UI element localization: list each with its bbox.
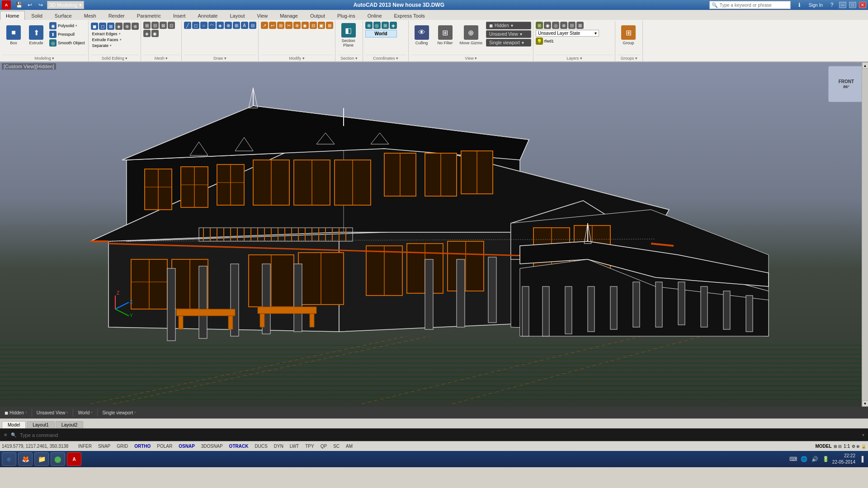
dyn-btn[interactable]: DYN xyxy=(272,443,286,449)
workspace-selector[interactable]: 3D Modeling ▾ xyxy=(47,1,84,9)
section-plane-button[interactable]: ◧ SectionPlane xyxy=(338,22,359,49)
info-icon[interactable]: ℹ xyxy=(795,0,804,9)
vt-hidden-btn[interactable]: ◼ Hidden ▾ xyxy=(2,409,30,416)
scroll-down-btn[interactable]: ▼ xyxy=(862,400,868,407)
svg-rect-112 xyxy=(258,307,316,314)
tab-home[interactable]: Home xyxy=(0,11,25,20)
3dosnap-btn[interactable]: 3DOSNAP xyxy=(199,443,225,449)
tpy-btn[interactable]: TPY xyxy=(303,443,316,449)
mesh-icon4: ⊡ xyxy=(168,22,175,29)
box-button[interactable]: ■ Box xyxy=(3,22,24,49)
navcube[interactable]: FRONT 86° xyxy=(828,66,864,102)
tab-plugins[interactable]: Plug-ins xyxy=(331,11,361,20)
vt-unsaved-label: Unsaved View xyxy=(37,410,66,415)
separate-btn[interactable]: Separate ▾ xyxy=(91,43,113,48)
extrude-faces-btn[interactable]: Extrude Faces ▾ xyxy=(91,37,123,42)
sound-icon[interactable]: 🔊 xyxy=(811,455,820,464)
extract-edges-btn[interactable]: Extract Edges ▾ xyxy=(91,31,122,37)
tab-layout2[interactable]: Layout2 xyxy=(56,421,84,428)
infer-btn[interactable]: INFER xyxy=(76,443,94,449)
vt-viewport-btn[interactable]: Single viewport ▾ xyxy=(99,409,139,416)
tab-express[interactable]: Express Tools xyxy=(388,11,431,20)
layers-content: ⊞ ◉ ◎ ⊕ ⊟ ⊠ Unsaved Layer State ▾ 💡 rfwd… xyxy=(536,21,613,55)
move-gizmo-button[interactable]: ⊕ Move Gizmo xyxy=(458,22,485,49)
taskbar-autocad[interactable]: A xyxy=(67,452,81,466)
world-button[interactable]: World xyxy=(365,30,397,38)
workspace-arrow: ▾ xyxy=(79,2,82,8)
tab-parametric[interactable]: Parametric xyxy=(131,11,167,20)
battery-icon[interactable]: 🔋 xyxy=(821,455,830,464)
visual-style-dropdown[interactable]: ◼ Hidden ▾ xyxy=(486,22,531,29)
qp-btn[interactable]: QP xyxy=(318,443,329,449)
svg-rect-114 xyxy=(310,314,314,327)
viewport-count-dropdown[interactable]: Single viewport ▾ xyxy=(486,39,531,47)
grid-btn[interactable]: GRID xyxy=(114,443,130,449)
vt-view-btn[interactable]: Unsaved View ▾ xyxy=(34,409,71,416)
ducs-btn[interactable]: DUCS xyxy=(252,443,269,449)
mesh-icons: ⊞ ⊟ ⊠ ⊡ ◈ ◉ xyxy=(143,22,179,37)
qat-undo[interactable]: ↩ xyxy=(25,0,34,9)
right-scrollbar[interactable]: ▲ ▼ xyxy=(862,62,868,407)
keyboard-icon[interactable]: ⌨ xyxy=(789,455,798,464)
command-input[interactable] xyxy=(20,432,862,438)
cmd-icon-close[interactable]: ✕ xyxy=(4,432,7,437)
clock-date: 22-05-2014 xyxy=(832,459,855,465)
taskbar-firefox[interactable]: 🦊 xyxy=(18,452,33,466)
restore-button[interactable]: □ xyxy=(849,2,856,8)
titlebar-right: 🔍 ℹ Sign In ? ─ □ ✕ xyxy=(709,0,866,9)
tab-surface[interactable]: Surface xyxy=(49,11,78,20)
tab-solid[interactable]: Solid xyxy=(25,11,48,20)
viewport-3d[interactable]: X Y Z FRONT 86° ▲ ▼ xyxy=(0,62,868,407)
group-button[interactable]: ⊞ Group xyxy=(618,22,639,49)
qat-save[interactable]: 💾 xyxy=(14,0,24,9)
presspull-btn[interactable]: ⬍ Presspull xyxy=(48,30,86,38)
smooth-object-btn[interactable]: ◎ Smooth Object xyxy=(48,39,86,47)
tab-model[interactable]: Model xyxy=(2,421,26,428)
otrack-btn[interactable]: OTRACK xyxy=(227,443,251,449)
scroll-up-btn[interactable]: ▲ xyxy=(862,62,868,69)
am-btn[interactable]: AM xyxy=(344,443,355,449)
cmd-icon-search[interactable]: 🔍 xyxy=(11,432,16,437)
search-input[interactable] xyxy=(720,3,783,8)
vt-world-btn[interactable]: World ▾ xyxy=(75,409,95,416)
tab-online[interactable]: Online xyxy=(362,11,388,20)
tab-layout[interactable]: Layout xyxy=(224,11,250,20)
ortho-btn[interactable]: ORTHO xyxy=(132,443,153,449)
tab-mesh[interactable]: Mesh xyxy=(78,11,102,20)
extrude-button[interactable]: ⬆ Extrude xyxy=(25,22,47,49)
no-filter-button[interactable]: ⊞ No Filter xyxy=(434,22,456,49)
layer-state-dropdown[interactable]: Unsaved Layer State ▾ xyxy=(536,30,599,37)
snap-btn[interactable]: SNAP xyxy=(96,443,113,449)
sc-btn[interactable]: SC xyxy=(331,443,342,449)
tab-annotate[interactable]: Annotate xyxy=(192,11,223,20)
search-box[interactable]: 🔍 xyxy=(709,1,791,9)
tab-insert[interactable]: Insert xyxy=(167,11,192,20)
layer-name-label: rfwd1 xyxy=(544,39,554,43)
taskbar-ie[interactable]: e xyxy=(2,452,16,466)
culling-button[interactable]: 👁 Culling xyxy=(411,22,433,49)
sign-in-btn[interactable]: Sign In xyxy=(807,3,825,8)
tab-view[interactable]: View xyxy=(251,11,274,20)
taskbar-explorer[interactable]: 📁 xyxy=(34,452,49,466)
tab-manage[interactable]: Manage xyxy=(274,11,304,20)
osnap-btn[interactable]: OSNAP xyxy=(176,443,197,449)
lwt-btn[interactable]: LWT xyxy=(288,443,301,449)
tab-layout1[interactable]: Layout1 xyxy=(27,421,55,428)
taskbar-chrome[interactable]: ⬤ xyxy=(51,452,65,466)
help-icon[interactable]: ? xyxy=(827,0,836,9)
network-icon[interactable]: 🌐 xyxy=(800,455,809,464)
close-button[interactable]: ✕ xyxy=(859,2,866,8)
polysolid-btn[interactable]: ◉ Polysolid ▾ xyxy=(48,22,86,30)
coord-icon3: ⊞ xyxy=(382,22,389,29)
named-view-dropdown[interactable]: Unsaved View ▾ xyxy=(486,30,531,38)
mesh-icon1: ⊞ xyxy=(143,22,151,29)
polar-btn[interactable]: POLAR xyxy=(155,443,175,449)
minimize-button[interactable]: ─ xyxy=(839,2,846,8)
tab-render[interactable]: Render xyxy=(103,11,131,20)
cmd-options-btn[interactable]: ▾ xyxy=(862,432,864,437)
show-desktop-btn[interactable]: ▐ xyxy=(857,455,866,464)
svg-rect-128 xyxy=(656,282,662,327)
qat-redo[interactable]: ↪ xyxy=(36,0,45,9)
tab-output[interactable]: Output xyxy=(304,11,331,20)
modify-icon4: ✂ xyxy=(285,22,292,29)
